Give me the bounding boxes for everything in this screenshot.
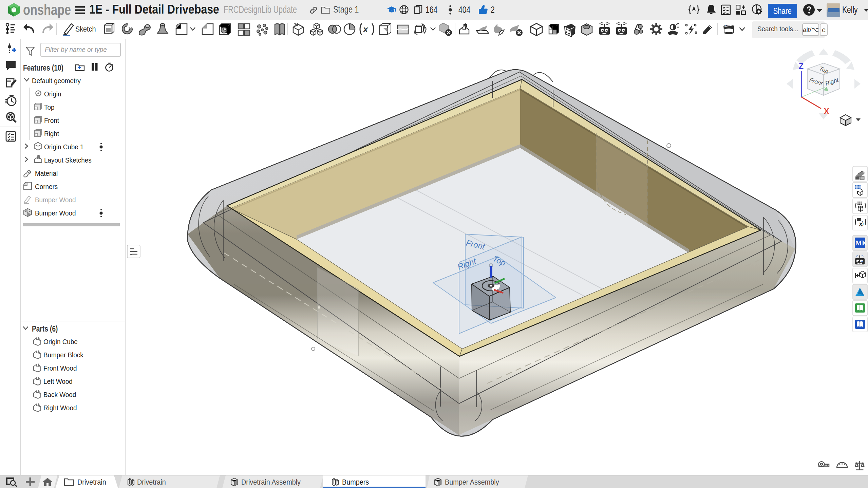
svg-text:x: x xyxy=(362,24,369,34)
svg-text:): ) xyxy=(862,221,864,226)
svg-text:MK: MK xyxy=(855,239,867,247)
svg-text:Z: Z xyxy=(799,62,804,71)
svg-text:X: X xyxy=(824,107,829,116)
